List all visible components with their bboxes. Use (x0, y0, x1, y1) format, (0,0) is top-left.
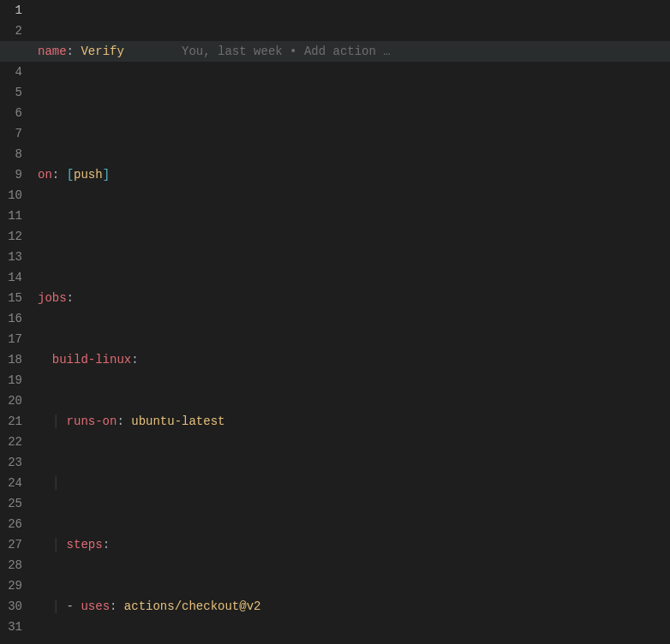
yaml-key: runs-on (67, 414, 117, 428)
code-line[interactable]: │ (38, 473, 670, 493)
line-number: 31 (0, 617, 22, 637)
code-line[interactable] (38, 226, 670, 247)
yaml-key: build-linux (52, 353, 131, 367)
line-number: 12 (0, 226, 22, 247)
yaml-key: on (38, 168, 52, 182)
line-number: 5 (0, 82, 22, 103)
colon: : (110, 599, 124, 613)
yaml-value: ubuntu-latest (131, 414, 224, 428)
line-number: 13 (0, 247, 22, 267)
line-number: 1 (0, 0, 22, 21)
yaml-value: push (74, 168, 103, 182)
line-number: 22 (0, 432, 22, 452)
line-number: 14 (0, 267, 22, 288)
code-content[interactable]: name: Verify You, last week • Add action… (38, 0, 670, 644)
line-number: 21 (0, 411, 22, 432)
line-number-gutter: 1 2 3 4 5 6 7 8 9 10 11 12 13 14 15 16 1… (0, 0, 38, 644)
code-line[interactable] (38, 103, 670, 123)
bracket: [ (67, 168, 74, 182)
line-number: 10 (0, 185, 22, 206)
line-number: 25 (0, 493, 22, 514)
code-line[interactable]: build-linux: (38, 349, 670, 370)
code-line[interactable]: name: Verify You, last week • Add action… (38, 41, 670, 62)
line-number: 27 (0, 534, 22, 555)
line-number: 30 (0, 596, 22, 617)
line-number: 2 (0, 21, 22, 41)
line-number: 17 (0, 329, 22, 349)
code-line[interactable]: on: [push] (38, 164, 670, 185)
line-number: 15 (0, 288, 22, 308)
code-line[interactable]: │ runs-on: ubuntu-latest (38, 411, 670, 432)
line-number: 26 (0, 514, 22, 534)
line-number: 24 (0, 473, 22, 493)
line-number: 29 (0, 575, 22, 596)
code-line[interactable]: │ steps: (38, 534, 670, 555)
line-number: 6 (0, 103, 22, 123)
colon: : (103, 538, 110, 552)
colon: : (117, 414, 131, 428)
code-editor[interactable]: 1 2 3 4 5 6 7 8 9 10 11 12 13 14 15 16 1… (0, 0, 670, 644)
line-number: 23 (0, 452, 22, 473)
dash: - (67, 599, 81, 613)
git-blame-codelens[interactable]: You, last week • Add action … (182, 45, 391, 58)
line-number: 16 (0, 308, 22, 329)
line-number: 18 (0, 349, 22, 370)
line-number: 9 (0, 164, 22, 185)
colon: : (52, 168, 67, 182)
colon: : (67, 45, 81, 58)
yaml-key: steps (67, 538, 103, 552)
line-number: 28 (0, 555, 22, 575)
line-number: 7 (0, 123, 22, 144)
yaml-key: uses (81, 599, 110, 613)
colon: : (131, 353, 138, 367)
colon: : (67, 291, 74, 305)
code-line[interactable]: jobs: (38, 288, 670, 308)
yaml-key: name (38, 45, 67, 58)
line-number: 20 (0, 391, 22, 411)
line-number: 11 (0, 206, 22, 226)
line-number: 8 (0, 144, 22, 164)
line-number: 4 (0, 62, 22, 82)
yaml-value: Verify (81, 45, 123, 58)
yaml-value: actions/checkout@v2 (124, 599, 261, 613)
yaml-key: jobs (38, 291, 67, 305)
bracket: ] (103, 168, 110, 182)
line-number: 19 (0, 370, 22, 391)
code-line[interactable]: │ - uses: actions/checkout@v2 (38, 596, 670, 617)
